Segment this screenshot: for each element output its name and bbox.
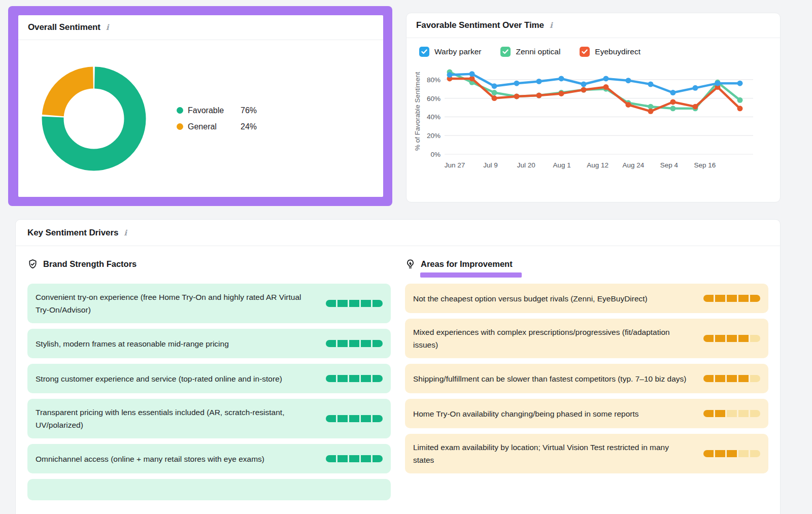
info-icon[interactable]: i (105, 23, 110, 32)
svg-text:40%: 40% (427, 113, 441, 121)
sentiment-over-time-card: Favorable Sentiment Over Time i Warby pa… (406, 13, 781, 202)
legend-label: Favorable (188, 106, 241, 115)
donut-legend: Favorable76%General24% (177, 106, 257, 131)
svg-text:Aug 12: Aug 12 (587, 161, 608, 169)
driver-item-partial (27, 479, 391, 500)
driver-item: Transparent pricing with lens essentials… (27, 399, 391, 438)
driver-item: Strong customer experience and service (… (27, 364, 391, 393)
driver-item: Shipping/fulfillment can be slower than … (405, 364, 768, 393)
donut-chart (42, 66, 146, 171)
driver-item-text: Limited exam availability by location; V… (413, 441, 703, 466)
score-bar (703, 410, 760, 417)
line-chart-area: % of Favorable Sentiment 0%20%40%60%80%J… (407, 59, 780, 173)
legend-dot (177, 107, 183, 114)
dashboard: Overall Sentiment i Favorable76%General2… (0, 0, 812, 514)
column-heading-label: Areas for Improvement (421, 259, 513, 269)
lightbulb-icon (405, 259, 416, 269)
donut-legend-item: Favorable76% (177, 106, 257, 115)
highlight-frame: Overall Sentiment i Favorable76%General2… (8, 6, 392, 206)
score-bar (703, 295, 760, 302)
driver-item-text: Not the cheapest option versus budget ri… (413, 292, 703, 305)
column-heading-label: Brand Strength Factors (43, 259, 137, 269)
y-axis-label: % of Favorable Sentiment (414, 59, 421, 163)
svg-text:80%: 80% (427, 76, 441, 84)
svg-text:0%: 0% (430, 151, 441, 158)
checkbox-checked-icon[interactable] (580, 47, 590, 57)
legend-dot (177, 123, 183, 130)
brand-strength-column: Brand Strength Factors Convenient try-on… (27, 259, 391, 500)
purple-underline (420, 272, 522, 278)
line-chart: 0%20%40%60%80%Jun 27Jul 9Jul 20Aug 1Aug … (421, 59, 757, 173)
key-sentiment-drivers-header: Key Sentiment Drivers i (16, 220, 780, 246)
score-bar (326, 375, 383, 382)
drivers-columns: Brand Strength Factors Convenient try-on… (16, 246, 780, 500)
checkbox-checked-icon[interactable] (500, 47, 511, 57)
score-bar (326, 300, 383, 307)
driver-item-text: Convenient try-on experience (free Home … (36, 291, 326, 316)
driver-item-text: Home Try-On availability changing/being … (413, 407, 703, 420)
svg-text:Jul 9: Jul 9 (483, 161, 498, 169)
brand-strength-heading: Brand Strength Factors (27, 259, 391, 269)
driver-item: Convenient try-on experience (free Home … (27, 284, 391, 323)
driver-item: Omnichannel access (online + many retail… (27, 444, 391, 473)
series-toggle-row: Warby parkerZenni opticalEyebuydirect (407, 38, 780, 59)
card-title: Key Sentiment Drivers (27, 228, 118, 238)
svg-text:Sep 16: Sep 16 (694, 161, 716, 169)
score-bar (703, 335, 760, 342)
checkbox-label: Eyebuydirect (595, 47, 640, 56)
series-checkbox-warby-parker[interactable]: Warby parker (419, 47, 481, 57)
sentiment-over-time-header: Favorable Sentiment Over Time i (407, 13, 780, 38)
overall-sentiment-card: Overall Sentiment i Favorable76%General2… (18, 15, 383, 197)
svg-text:20%: 20% (427, 132, 441, 140)
overall-sentiment-header: Overall Sentiment i (18, 15, 383, 40)
driver-item-text: Transparent pricing with lens essentials… (36, 406, 326, 431)
svg-text:60%: 60% (427, 95, 441, 102)
checkbox-label: Warby parker (434, 47, 481, 56)
driver-item-text: Shipping/fulfillment can be slower than … (413, 372, 703, 385)
improvement-heading: Areas for Improvement (405, 259, 768, 269)
driver-item-text: Strong customer experience and service (… (36, 372, 326, 385)
info-icon[interactable]: i (123, 228, 128, 237)
improvement-column: Areas for Improvement Not the cheapest o… (405, 259, 768, 500)
score-bar (703, 450, 760, 457)
checkbox-label: Zenni optical (516, 47, 560, 56)
score-bar (326, 455, 383, 462)
shield-check-icon (27, 259, 38, 269)
svg-text:Sep 4: Sep 4 (660, 161, 679, 169)
series-checkbox-eyebuydirect[interactable]: Eyebuydirect (580, 47, 640, 57)
score-bar (326, 340, 383, 347)
svg-text:Jul 20: Jul 20 (517, 161, 535, 169)
info-icon[interactable]: i (549, 21, 554, 30)
driver-item: Home Try-On availability changing/being … (405, 399, 768, 428)
legend-value: 24% (241, 122, 257, 131)
driver-item: Limited exam availability by location; V… (405, 434, 768, 473)
legend-label: General (188, 122, 241, 131)
legend-value: 76% (241, 106, 257, 115)
driver-item: Stylish, modern frames at reasonable mid… (27, 329, 391, 358)
key-sentiment-drivers-card: Key Sentiment Drivers i Brand Strength F… (15, 219, 781, 514)
driver-item-text: Mixed experiences with complex prescript… (413, 326, 703, 351)
brand-strength-list: Convenient try-on experience (free Home … (27, 284, 391, 500)
card-title: Favorable Sentiment Over Time (416, 20, 544, 30)
driver-item: Mixed experiences with complex prescript… (405, 319, 768, 358)
improvement-list: Not the cheapest option versus budget ri… (405, 284, 768, 473)
driver-item: Not the cheapest option versus budget ri… (405, 284, 768, 313)
svg-text:Aug 24: Aug 24 (623, 161, 645, 169)
svg-text:Aug 1: Aug 1 (553, 161, 571, 169)
score-bar (703, 375, 760, 382)
score-bar (326, 415, 383, 422)
checkbox-checked-icon[interactable] (419, 47, 429, 57)
driver-item-text: Stylish, modern frames at reasonable mid… (36, 337, 326, 350)
svg-text:Jun 27: Jun 27 (445, 161, 465, 169)
donut-chart-area: Favorable76%General24% (18, 40, 383, 197)
card-title: Overall Sentiment (28, 22, 100, 32)
driver-item-text: Omnichannel access (online + many retail… (36, 453, 326, 465)
donut-legend-item: General24% (177, 122, 257, 131)
series-checkbox-zenni-optical[interactable]: Zenni optical (500, 47, 560, 57)
